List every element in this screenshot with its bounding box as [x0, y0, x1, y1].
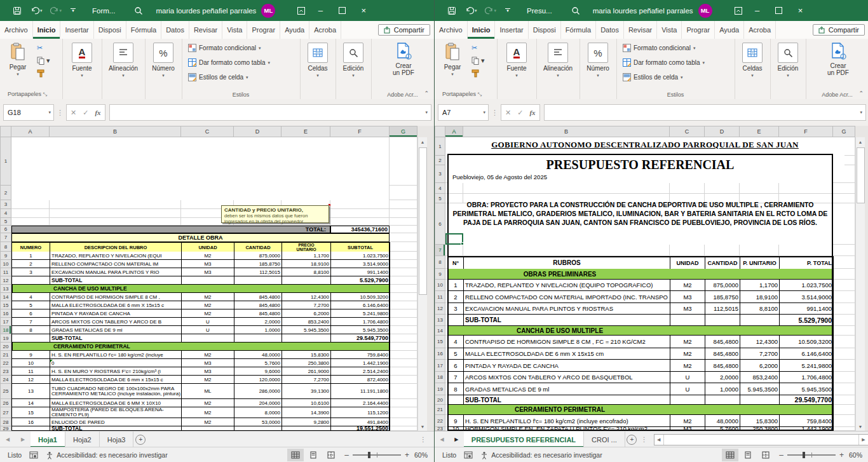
cell[interactable]: 8,8100 [740, 303, 780, 315]
cancel-entry-icon[interactable]: ✕ [71, 109, 76, 117]
cell[interactable]: 7 [448, 372, 464, 383]
ribbon-tab-insertar[interactable]: Insertar [60, 21, 93, 39]
column-header-C[interactable]: C [181, 126, 234, 137]
column-header-D[interactable]: D [234, 126, 281, 137]
cell[interactable]: 2.514,2400 [331, 367, 390, 376]
avatar[interactable]: ML [698, 4, 712, 18]
cell[interactable]: 250,3800 [282, 359, 331, 367]
cell[interactable]: M2 [182, 293, 234, 301]
name-box[interactable]: A7▾ [438, 104, 489, 121]
share-button[interactable]: Compartir [813, 24, 865, 36]
total-value-cell[interactable]: 345436,71600 [330, 226, 390, 233]
row-header-19[interactable]: 19 [435, 383, 445, 395]
row-header-9[interactable]: 9 [435, 269, 445, 280]
cell[interactable]: 1.706,4800 [331, 318, 390, 326]
table-row[interactable]: N°RUBROSUNIDADCANTIDADP. UNITARIOP. TOTA… [447, 256, 834, 269]
sheet-tab-croi-[interactable]: CROI ... [584, 431, 625, 447]
row-header-22[interactable]: 22 [0, 359, 11, 367]
page-break-view-icon[interactable] [323, 449, 339, 461]
cell[interactable]: 991,1400 [331, 268, 390, 276]
tab-strip-overflow-icon[interactable]: ⋮ [417, 431, 429, 447]
ribbon-tab-acroba[interactable]: Acroba [309, 21, 341, 39]
ribbon-tab-prograr[interactable]: Prograr [682, 21, 715, 39]
accessibility-icon[interactable] [46, 451, 53, 459]
page-layout-view-icon[interactable] [305, 449, 322, 461]
table-row[interactable]: 8GRADAS METALICAS DE 9 mlU1,00005.945,35… [447, 383, 834, 395]
format-as-table-button[interactable]: Dar formato como tabla▾ [188, 58, 270, 67]
table-row[interactable]: 100M35,7600250,38001.442,1900 [11, 359, 390, 367]
cell[interactable] [12, 276, 50, 285]
cell[interactable]: MALLA ELECTROSOLDADA DE 6 mm X 15x15 c [50, 301, 182, 309]
cell[interactable]: 18,9100 [282, 260, 331, 268]
cell[interactable]: U [182, 318, 234, 326]
format-painter-icon[interactable] [37, 69, 45, 78]
collapse-ribbon-icon[interactable]: ⌃ [858, 90, 864, 97]
cell[interactable]: 53,0000 [234, 418, 282, 426]
cell[interactable]: PINTADA Y RAYADA DE CANCHA [50, 309, 182, 318]
cell[interactable]: M2 [182, 351, 234, 359]
table-row[interactable]: 12MALLA ELECTROSOLDADA DE 6 mm x 15x15 c… [11, 376, 390, 384]
cell[interactable]: M2 [670, 360, 705, 372]
cell[interactable]: 853,2400 [282, 318, 331, 326]
cell[interactable]: 9 [448, 415, 464, 427]
ribbon-tab-vista[interactable]: Vista [222, 21, 247, 39]
row-header-10[interactable]: 10 [435, 280, 445, 291]
cell[interactable]: 115,1200 [331, 407, 390, 418]
cell[interactable]: H. S. EN MURO Y RIOSTRAS F'c= 210kg/cm³ … [50, 367, 182, 376]
cell[interactable]: 4 [12, 293, 50, 301]
copy-icon[interactable] [471, 57, 479, 65]
subtotal-value[interactable]: 5.529,7900 [780, 315, 834, 326]
cell[interactable]: 9 [12, 351, 50, 359]
table-row[interactable]: 4CONTRAPISO DE HORMIGON SIMPLE 8 CM , FC… [447, 336, 834, 348]
zoom-in-icon[interactable]: + [405, 451, 409, 459]
column-header-E[interactable]: E [281, 126, 330, 137]
subtotal-label[interactable]: SUB-TOTAL [50, 334, 182, 343]
customize-quick-access-icon[interactable]: ▾ [505, 0, 510, 21]
row-header-9[interactable]: 9 [0, 252, 11, 260]
cell[interactable] [282, 276, 331, 285]
sheet-tab-hoja1[interactable]: Hoja1 [31, 431, 65, 447]
cell[interactable]: H. S. EN REPLANTILLO f'c= 180 kg/cm2 (in… [50, 351, 182, 359]
undo-icon[interactable]: ▾ [31, 0, 43, 21]
cell[interactable]: 48,0000 [234, 351, 282, 359]
font-button[interactable]: A Fuente▾ [68, 43, 96, 78]
table-row[interactable]: 5MALLA ELECTROSOLDADA DE 6 mm X 15x15 cM… [11, 301, 390, 309]
customize-quick-access-icon[interactable]: ▾ [71, 0, 76, 21]
cell[interactable]: 7,2700 [282, 376, 331, 384]
vscroll-up-icon[interactable]: ▲ [856, 137, 865, 146]
confirm-entry-icon[interactable]: ✓ [517, 109, 523, 117]
cell[interactable]: U [670, 372, 705, 383]
cell[interactable]: M3 [182, 268, 234, 276]
section-row[interactable]: CERRAMIENTO PERIMETRAL [448, 405, 834, 415]
search-icon[interactable] [134, 0, 143, 21]
subtotal-value[interactable]: 29.549,7700 [780, 395, 834, 405]
paste-button[interactable]: Pegar▾ [438, 43, 466, 77]
cell[interactable] [740, 395, 780, 405]
ribbon-display-options-icon[interactable] [297, 0, 306, 21]
cell[interactable]: TRAZADO, REPLANTEO Y NIVELACION (EQUIPO … [464, 280, 670, 291]
cell[interactable]: 845,4800 [234, 309, 282, 318]
cell[interactable] [282, 334, 331, 343]
collapse-ribbon-icon[interactable]: ⌃ [424, 90, 429, 97]
row-header-17[interactable]: 17 [0, 318, 11, 326]
row-header-3[interactable]: 3 [0, 200, 11, 209]
format-as-table-button[interactable]: Dar formato como tabla▾ [623, 58, 705, 67]
cell[interactable]: 491,8400 [331, 418, 390, 426]
cell[interactable]: TRAZADO, REPLANTEO Y NIVELACION (EQUI [50, 252, 182, 260]
cell[interactable]: 5 [448, 348, 464, 360]
row-header-1[interactable]: 1 [0, 137, 11, 186]
create-pdf-button[interactable]: Crear un PDF [388, 43, 419, 76]
row-header-24[interactable]: 24 [0, 376, 11, 384]
subtotal-value[interactable]: 29.549,7700 [331, 334, 390, 343]
cell[interactable]: 10.509,3200 [331, 293, 390, 301]
cell[interactable]: 1.023,7500 [780, 280, 834, 291]
ribbon-tab-revisar[interactable]: Revisar [624, 21, 657, 39]
cell[interactable] [705, 315, 740, 326]
cell[interactable]: M3 [182, 359, 234, 367]
cell[interactable]: 2,0000 [705, 372, 740, 383]
redo-icon[interactable]: ▾ [50, 0, 62, 21]
ribbon-tab-archivo[interactable]: Archivo [435, 21, 468, 39]
row-header-6[interactable]: 6 [0, 226, 11, 233]
cell[interactable]: ARCOS MIXTOS CON TABLERO Y ARCO DE BASQU… [464, 372, 670, 383]
number-button[interactable]: % Número▾ [149, 43, 177, 78]
